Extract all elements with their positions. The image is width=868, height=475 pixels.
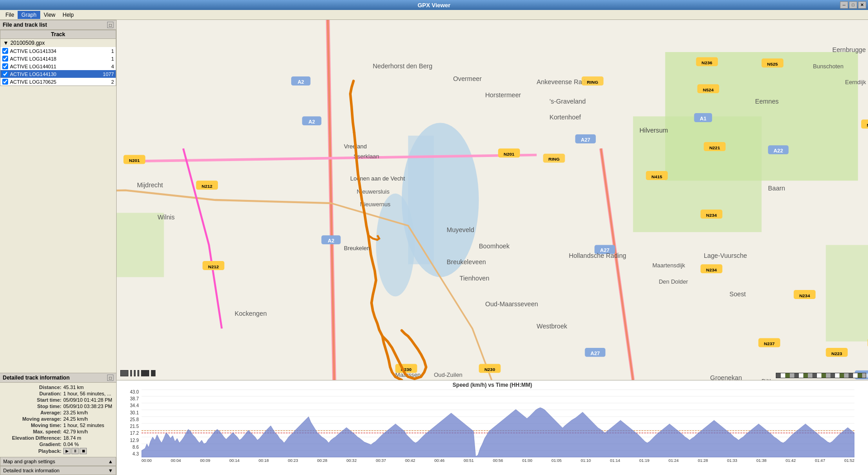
map-tool-1[interactable] — [120, 370, 128, 376]
map-tool-6[interactable] — [151, 370, 156, 376]
info-stop-time: Stop time: 05/09/10 03:38:23 PM — [3, 404, 113, 409]
play-button[interactable]: ▶ — [63, 448, 71, 454]
x-label-0000: 00:00 — [142, 458, 152, 463]
track-checkbox-3[interactable] — [2, 63, 8, 69]
x-label-0142: 01:42 — [786, 458, 796, 463]
track-checkbox-5[interactable] — [2, 79, 8, 85]
svg-text:Breukeleveen: Breukeleveen — [447, 258, 486, 266]
track-checkbox-1[interactable] — [2, 48, 8, 54]
y-axis-labels: 43.0 38.7 34.4 30.1 25.8 21.5 17.2 12.9 … — [118, 390, 141, 456]
track-checkbox-4[interactable] — [2, 71, 8, 77]
moving-average-label: Moving average: — [3, 416, 61, 422]
svg-text:N223: N223 — [831, 351, 842, 356]
pause-button[interactable]: ⏸ — [71, 448, 79, 454]
menu-file[interactable]: File — [2, 11, 18, 19]
map-tool-3[interactable] — [134, 370, 136, 376]
distance-value: 45.31 km — [63, 385, 84, 390]
menu-graph[interactable]: Graph — [18, 11, 40, 19]
close-button[interactable]: ✕ — [858, 1, 866, 9]
svg-text:Maartensdijk: Maartensdijk — [652, 262, 685, 269]
start-time-label: Start time: — [3, 397, 61, 403]
svg-text:Nederhorst den Berg: Nederhorst den Berg — [373, 62, 433, 70]
track-row-4[interactable]: ACTIVE LOG144130 1077 — [0, 70, 116, 78]
info-average: Average: 23.25 km/h — [3, 410, 113, 415]
x-label-0110: 01:10 — [580, 458, 591, 463]
average-value: 23.25 km/h — [63, 410, 88, 415]
x-label-0124: 01:24 — [669, 458, 679, 463]
track-row-2[interactable]: ACTIVE LOG141418 1 — [0, 55, 116, 62]
svg-text:Boomhoek: Boomhoek — [479, 242, 510, 250]
track-num-2: 1 — [111, 56, 114, 62]
file-track-section: File and track list □ Track ▼ 20100509.g… — [0, 20, 116, 86]
map-toolbar — [120, 370, 156, 376]
svg-text:N415: N415 — [651, 174, 662, 179]
moving-average-value: 24.25 km/h — [63, 416, 88, 422]
file-expand-arrow: ▼ — [3, 40, 9, 46]
svg-text:N237: N237 — [764, 341, 775, 346]
svg-text:Den Dolder: Den Dolder — [659, 278, 688, 285]
x-label-0042: 00:42 — [405, 458, 415, 463]
file-row[interactable]: ▼ 20100509.gpx — [0, 39, 116, 47]
svg-text:Lage-Vuursche: Lage-Vuursche — [704, 252, 747, 259]
x-label-0051: 00:51 — [463, 458, 474, 463]
x-label-0014: 00:14 — [229, 458, 240, 463]
x-label-0105: 01:05 — [552, 458, 562, 463]
x-label-0119: 01:19 — [639, 458, 650, 463]
map-graph-settings-btn[interactable]: Map and graph settings ▲ — [0, 457, 116, 466]
track-row-5[interactable]: ACTIVE LOG170625 2 — [0, 78, 116, 86]
svg-text:Ankeveense Rade: Ankeveense Rade — [537, 78, 589, 86]
file-track-collapse[interactable]: □ — [107, 22, 113, 28]
x-label-0147: 01:47 — [815, 458, 826, 463]
graph-title: Speed (km/h) vs Time (HH:MM) — [117, 380, 868, 390]
track-checkbox-2[interactable] — [2, 56, 8, 62]
track-column-header: Track — [0, 30, 116, 39]
svg-text:RING: RING — [548, 157, 560, 162]
playback-label: Playback: — [3, 448, 61, 454]
track-num-4: 1077 — [103, 71, 114, 77]
start-time-value: 05/09/10 01:41:28 PM — [63, 397, 112, 403]
x-label-0028: 00:28 — [317, 458, 328, 463]
info-elevation-diff: Elevation Difference: 18.74 m — [3, 435, 113, 441]
map-tool-2[interactable] — [130, 370, 132, 376]
maximize-button[interactable]: □ — [849, 1, 857, 9]
y-label-301: 30.1 — [120, 410, 139, 415]
track-row-3[interactable]: ACTIVE LOG144011 4 — [0, 62, 116, 70]
svg-rect-7 — [826, 245, 868, 342]
track-name-2: ACTIVE LOG141418 — [10, 56, 109, 62]
file-track-header: File and track list □ — [0, 20, 116, 30]
map-graph-settings-label: Map and graph settings — [3, 459, 55, 464]
svg-text:N201: N201 — [129, 158, 140, 163]
map-area[interactable]: A2 A2 A2 A27 A27 A27 N201 N201 N212 — [117, 20, 868, 380]
svg-text:Kortenhoef: Kortenhoef — [550, 114, 581, 121]
menu-help[interactable]: Help — [59, 11, 78, 19]
panel-spacer — [0, 86, 116, 373]
track-name-5: ACTIVE LOG170625 — [10, 79, 109, 85]
svg-text:Mijdrecht: Mijdrecht — [137, 181, 163, 189]
minimize-button[interactable]: ─ — [840, 1, 848, 9]
moving-time-value: 1 hour, 52 minutes — [63, 423, 104, 428]
detailed-track-info-btn[interactable]: Detailed track information ▼ — [0, 466, 116, 475]
svg-text:N212: N212 — [202, 184, 212, 189]
stop-button[interactable]: ⏹ — [80, 448, 87, 454]
distance-label: Distance: — [3, 385, 61, 390]
track-name-3: ACTIVE LOG144011 — [10, 64, 109, 69]
detailed-info-content: Distance: 45.31 km Duration: 1 hour, 56 … — [0, 383, 116, 457]
svg-text:Eemnes: Eemnes — [755, 98, 778, 105]
track-row-1[interactable]: ACTIVE LOG141334 1 — [0, 47, 116, 55]
menu-view[interactable]: View — [40, 11, 59, 19]
file-name: 20100509.gpx — [10, 40, 45, 46]
y-label-430: 43.0 — [120, 390, 139, 394]
map-tool-4[interactable] — [137, 370, 139, 376]
info-moving-time: Moving time: 1 hour, 52 minutes — [3, 423, 113, 428]
max-speed-value: 42.79 km/h — [63, 429, 88, 434]
detailed-info-label: Detailed track information — [3, 375, 70, 381]
svg-text:Breukelen: Breukelen — [344, 245, 370, 252]
info-duration: Duration: 1 hour, 56 minutes, ... — [3, 391, 113, 396]
detailed-info-collapse[interactable]: □ — [107, 375, 113, 381]
track-num-3: 4 — [111, 64, 114, 69]
right-panel: A2 A2 A2 A27 A27 A27 N201 N201 N212 — [117, 20, 868, 475]
x-label-0100: 01:00 — [522, 458, 533, 463]
svg-text:N230: N230 — [484, 367, 495, 372]
svg-text:Horstermeer: Horstermeer — [485, 91, 521, 99]
map-tool-5[interactable] — [141, 370, 149, 376]
